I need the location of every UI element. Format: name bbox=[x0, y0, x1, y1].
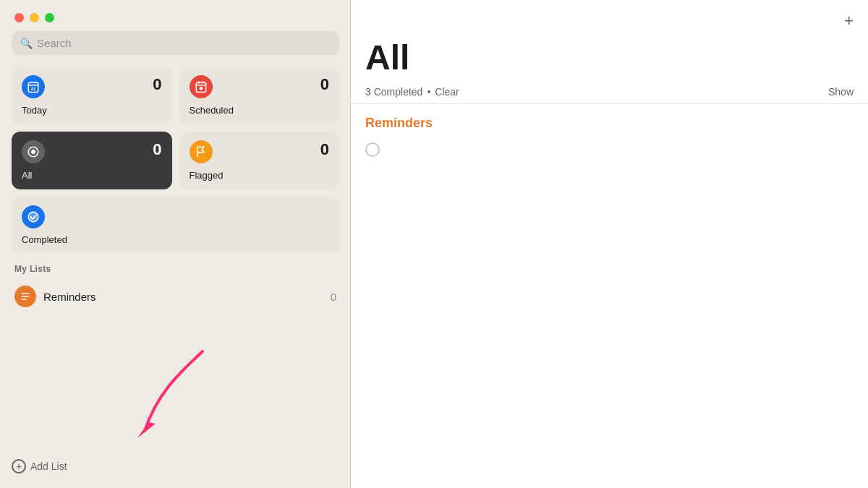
reminder-checkbox[interactable] bbox=[365, 142, 380, 157]
svg-point-9 bbox=[31, 150, 35, 154]
reminders-list-icon bbox=[14, 286, 36, 307]
smart-card-today[interactable]: 31 0 Today bbox=[12, 67, 172, 124]
traffic-lights bbox=[0, 0, 351, 31]
all-icon bbox=[22, 140, 45, 163]
flagged-count: 0 bbox=[320, 140, 329, 159]
close-button[interactable] bbox=[14, 13, 24, 22]
list-item-reminders[interactable]: Reminders 0 bbox=[12, 280, 339, 313]
scheduled-icon bbox=[190, 75, 213, 98]
search-icon: 🔍 bbox=[20, 38, 33, 49]
scheduled-label: Scheduled bbox=[190, 105, 330, 116]
reminders-section-title: Reminders bbox=[365, 116, 854, 131]
svg-text:31: 31 bbox=[31, 87, 36, 91]
all-count: 0 bbox=[153, 140, 161, 159]
scheduled-count: 0 bbox=[320, 75, 329, 94]
smart-card-scheduled[interactable]: 0 Scheduled bbox=[179, 67, 340, 124]
dot-separator: • bbox=[427, 86, 430, 98]
add-list-icon: + bbox=[12, 459, 26, 474]
add-list-button[interactable]: + Add List bbox=[12, 459, 67, 474]
show-button[interactable]: Show bbox=[828, 86, 854, 98]
svg-point-10 bbox=[28, 212, 38, 222]
my-lists-section: My Lists Reminders 0 bbox=[0, 264, 351, 313]
completed-label: Completed bbox=[22, 234, 329, 245]
smart-card-completed[interactable]: Completed bbox=[12, 197, 339, 254]
reminders-list-count: 0 bbox=[331, 291, 336, 303]
clear-button[interactable]: Clear bbox=[435, 86, 459, 98]
flagged-label: Flagged bbox=[190, 170, 330, 181]
today-icon: 31 bbox=[22, 75, 45, 98]
completed-icon bbox=[22, 205, 45, 228]
flagged-icon bbox=[190, 140, 213, 163]
arrow-annotation bbox=[87, 344, 231, 448]
sidebar: 🔍 Search 31 0 Today bbox=[0, 0, 351, 488]
smart-card-all[interactable]: 0 All bbox=[12, 132, 172, 189]
minimize-button[interactable] bbox=[30, 13, 39, 22]
search-bar[interactable]: 🔍 Search bbox=[12, 31, 339, 55]
svg-point-7 bbox=[199, 87, 203, 90]
search-placeholder: Search bbox=[37, 37, 72, 49]
maximize-button[interactable] bbox=[45, 13, 54, 22]
reminders-section: Reminders bbox=[351, 104, 868, 161]
completed-bar: 3 Completed • Clear Show bbox=[351, 80, 868, 104]
smart-lists-grid: 31 0 Today 0 bbox=[0, 67, 351, 189]
page-title: All bbox=[351, 36, 868, 80]
reminder-item bbox=[365, 138, 854, 161]
add-reminder-button[interactable]: + bbox=[844, 12, 854, 30]
all-label: All bbox=[22, 170, 162, 181]
main-content: + All 3 Completed • Clear Show Reminders bbox=[351, 0, 868, 488]
svg-marker-14 bbox=[137, 422, 156, 438]
my-lists-header: My Lists bbox=[12, 264, 339, 274]
today-label: Today bbox=[22, 105, 162, 116]
smart-card-flagged[interactable]: 0 Flagged bbox=[179, 132, 340, 189]
today-count: 0 bbox=[153, 75, 161, 94]
main-header: + bbox=[351, 0, 868, 36]
add-list-label: Add List bbox=[30, 461, 67, 472]
reminders-list-name: Reminders bbox=[43, 291, 323, 303]
completed-count-text: 3 Completed bbox=[365, 86, 422, 98]
